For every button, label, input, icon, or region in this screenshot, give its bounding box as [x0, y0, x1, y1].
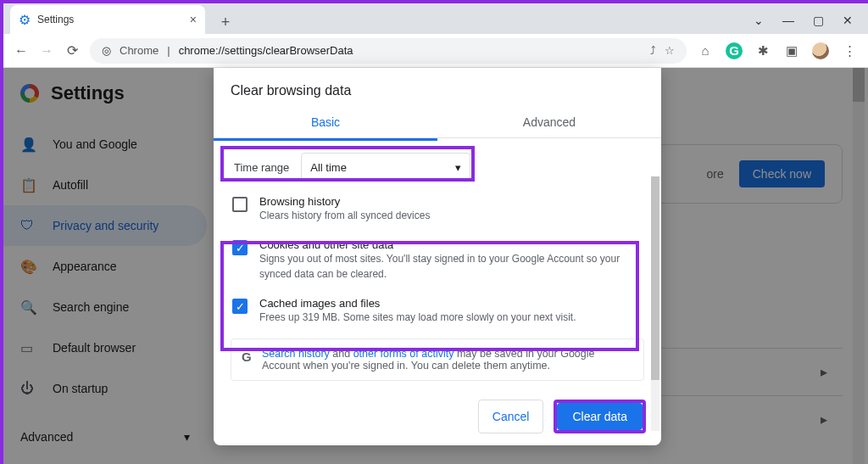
back-button[interactable]: ← — [14, 43, 29, 59]
info-text: Search history and other forms of activi… — [262, 348, 633, 372]
url-text: chrome://settings/clearBrowserData — [179, 44, 353, 57]
url-sep: | — [167, 44, 170, 57]
forward-button[interactable]: → — [39, 43, 54, 59]
tab-advanced[interactable]: Advanced — [437, 107, 661, 137]
checkbox-cache[interactable]: ✓ — [232, 299, 248, 314]
tab-title: Settings — [37, 14, 183, 25]
url-scheme: Chrome — [120, 44, 159, 57]
link-other-activity[interactable]: other forms of activity — [353, 348, 454, 360]
chrome-menu-icon[interactable]: ⋮ — [841, 42, 858, 59]
minimize-button[interactable]: — — [782, 14, 794, 27]
dialog-footer: Cancel Clear data — [214, 388, 661, 445]
option-cookies[interactable]: ✓ Cookies and other site data Signs you … — [229, 230, 646, 288]
window-titlebar: ⚙ Settings × + ⌄ — ▢ ✕ — [3, 3, 868, 34]
toolbar-right: ⌂ G ✱ ▣ ⋮ — [697, 42, 858, 59]
site-info-icon[interactable]: ◎ — [102, 44, 111, 57]
tab-basic[interactable]: Basic — [214, 107, 437, 137]
cancel-button[interactable]: Cancel — [478, 400, 544, 433]
bookmark-star-icon[interactable]: ☆ — [665, 44, 675, 57]
maximize-button[interactable]: ▢ — [813, 14, 824, 27]
page-content: Settings 👤You and Google 📋Autofill 🛡Priv… — [3, 68, 868, 464]
checkbox-cookies[interactable]: ✓ — [232, 240, 248, 255]
caret-down-icon[interactable]: ⌄ — [754, 14, 764, 27]
option-browsing-history[interactable]: Browsing history Clears history from all… — [229, 187, 646, 230]
address-field[interactable]: ◎ Chrome | chrome://settings/clearBrowse… — [90, 38, 687, 64]
share-icon[interactable]: ⤴ — [650, 44, 656, 57]
new-tab-button[interactable]: + — [214, 10, 237, 34]
window-close-button[interactable]: ✕ — [843, 14, 853, 27]
sidepanel-icon[interactable]: ▣ — [783, 42, 800, 59]
dialog-title: Clear browsing data — [214, 68, 661, 107]
clear-data-button[interactable]: Clear data — [557, 403, 643, 430]
window-controls: ⌄ — ▢ ✕ — [754, 14, 868, 34]
checkbox-browsing-history[interactable] — [232, 197, 248, 212]
address-bar: ← → ⟳ ◎ Chrome | chrome://settings/clear… — [3, 34, 868, 68]
tab-close-icon[interactable]: × — [190, 13, 197, 26]
option-cache[interactable]: ✓ Cached images and files Frees up 319 M… — [229, 288, 646, 332]
browser-tab[interactable]: ⚙ Settings × — [10, 5, 205, 34]
time-range-select[interactable]: All time ▾ — [301, 153, 470, 182]
time-range-row: Time range All time ▾ — [229, 148, 646, 187]
option-title: Browsing history — [259, 195, 430, 208]
clear-browsing-data-dialog: Clear browsing data Basic Advanced Time … — [214, 68, 661, 445]
link-search-history[interactable]: Search history — [262, 348, 330, 360]
grammarly-icon[interactable]: G — [726, 42, 743, 59]
option-desc: Frees up 319 MB. Some sites may load mor… — [259, 310, 576, 325]
option-title: Cached images and files — [259, 297, 576, 310]
cast-icon[interactable]: ⌂ — [697, 42, 714, 59]
dialog-tabs: Basic Advanced — [214, 107, 661, 138]
profile-avatar[interactable] — [812, 42, 829, 59]
gear-icon: ⚙ — [19, 12, 31, 28]
google-logo-icon: G — [242, 348, 252, 365]
time-range-value: All time — [310, 161, 347, 174]
highlight-box-clear: Clear data — [554, 400, 646, 433]
chevron-down-icon: ▾ — [455, 161, 461, 174]
option-desc: Clears history from all synced devices — [259, 208, 430, 223]
extensions-icon[interactable]: ✱ — [754, 42, 771, 59]
reload-button[interactable]: ⟳ — [64, 42, 80, 59]
google-activity-info: G Search history and other forms of acti… — [231, 338, 644, 381]
option-desc: Signs you out of most sites. You'll stay… — [259, 251, 643, 282]
time-range-label: Time range — [232, 156, 291, 179]
dialog-body: Time range All time ▾ Browsing history C… — [214, 141, 661, 388]
option-title: Cookies and other site data — [259, 238, 643, 251]
